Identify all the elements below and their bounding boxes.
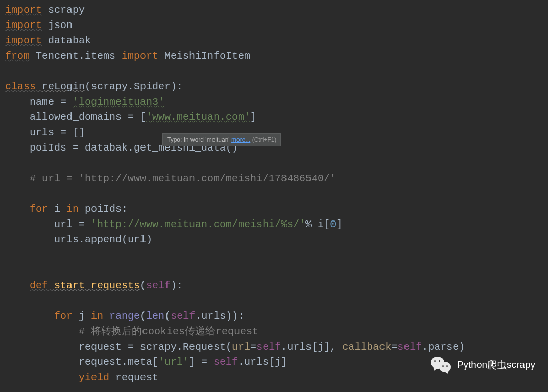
builtin-len: len <box>146 310 164 322</box>
watermark: Python爬虫scrapy <box>431 356 535 374</box>
string-literal: 'url' <box>158 356 189 368</box>
code-line: # 将转换后的cookies传递给request <box>5 324 548 339</box>
keyword-class: class <box>5 81 42 92</box>
code-line-empty <box>5 156 548 171</box>
self-param: self <box>213 356 238 368</box>
code-line: for i in poiIds: <box>5 202 548 217</box>
inspection-tooltip[interactable]: Typo: In word 'meituan' more... (Ctrl+F1… <box>162 133 281 146</box>
code-line-empty <box>5 186 548 202</box>
keyword-import: import <box>5 19 42 31</box>
function-name: start_requests <box>54 280 140 291</box>
watermark-text: Python爬虫scrapy <box>457 357 535 373</box>
class-name: reLogin <box>42 81 85 92</box>
comment: # 将转换后的cookies传递给request <box>79 326 258 337</box>
code-line-empty <box>5 64 548 79</box>
keyword-import: import <box>5 35 42 46</box>
self-param: self <box>146 280 171 291</box>
keyword-def: def <box>30 280 54 291</box>
tooltip-shortcut: (Ctrl+F1) <box>250 136 276 143</box>
code-line-empty <box>5 263 548 278</box>
code-line: def start_requests(self): <box>5 278 548 293</box>
keyword-in: in <box>66 203 85 215</box>
string-literal: 'loginmeituan3' <box>73 96 164 108</box>
code-line: urls.append(url) <box>5 232 548 248</box>
code-line: request = scrapy.Request(url=self.urls[j… <box>5 339 548 355</box>
keyword-for: for <box>30 203 54 215</box>
code-line: class reLogin(scrapy.Spider): <box>5 79 548 94</box>
code-editor[interactable]: import scrapy import json import databak… <box>5 3 548 385</box>
self-param: self <box>397 341 422 353</box>
code-line: from Tencent.items import MeishiInfoItem <box>5 48 548 64</box>
number-literal: 0 <box>330 218 336 230</box>
code-line: import databak <box>5 33 548 48</box>
code-line: name = 'loginmeituan3' <box>5 94 548 110</box>
wechat-icon <box>431 356 452 374</box>
self-param: self <box>256 341 281 353</box>
code-line: url = 'http://www.meituan.com/meishi/%s/… <box>5 217 548 232</box>
code-line: allowed_domains = ['www.meituan.com'] <box>5 110 548 125</box>
tooltip-more-link[interactable]: more... <box>231 136 250 143</box>
tooltip-prefix: Typo: In word 'meituan' <box>167 136 231 143</box>
code-line: import json <box>5 18 548 33</box>
comment: # url = 'http://www.meituan.com/meishi/1… <box>30 173 336 184</box>
keyword-import: import <box>5 4 42 16</box>
keyword-for: for <box>54 310 79 322</box>
code-line-empty <box>5 248 548 263</box>
code-line: for j in range(len(self.urls)): <box>5 309 548 324</box>
code-line: # url = 'http://www.meituan.com/meishi/1… <box>5 171 548 186</box>
code-line: import scrapy <box>5 3 548 18</box>
string-literal: 'http://www.meituan.com/meishi/%s/' <box>91 218 305 230</box>
keyword-yield: yield <box>79 372 115 383</box>
self-param: self <box>171 310 195 322</box>
code-line-empty <box>5 293 548 309</box>
keyword-import: import <box>122 50 158 62</box>
keyword-in: in <box>91 310 109 322</box>
keyword-from: from <box>5 50 30 62</box>
string-literal: 'www.meituan.com' <box>146 111 250 123</box>
builtin-range: range <box>109 310 140 322</box>
